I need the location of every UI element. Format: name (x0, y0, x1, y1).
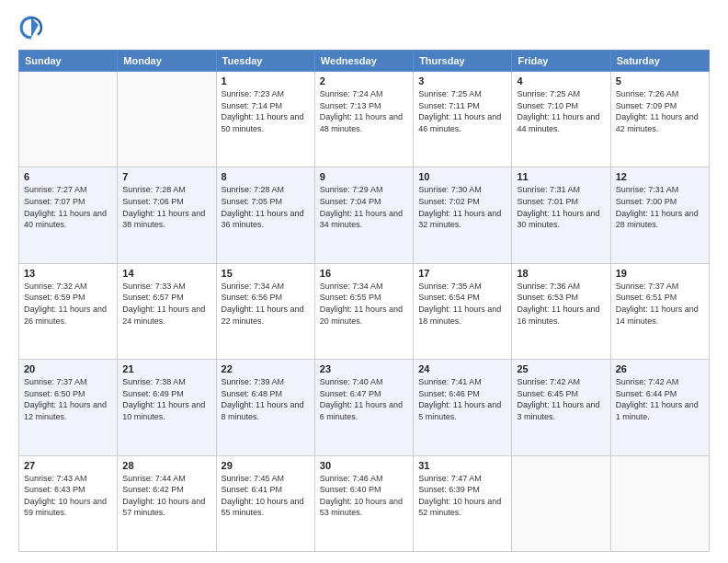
day-detail: Sunrise: 7:28 AM Sunset: 7:06 PM Dayligh… (122, 184, 210, 230)
col-header-wednesday: Wednesday (314, 51, 413, 72)
day-number: 12 (616, 171, 704, 182)
calendar-table: SundayMondayTuesdayWednesdayThursdayFrid… (18, 50, 710, 552)
calendar-cell: 4Sunrise: 7:25 AM Sunset: 7:10 PM Daylig… (512, 72, 610, 167)
day-number: 19 (616, 268, 704, 279)
day-number: 5 (616, 75, 704, 86)
day-number: 28 (122, 460, 210, 471)
day-number: 29 (222, 460, 310, 471)
col-header-sunday: Sunday (19, 51, 118, 72)
calendar-cell (512, 455, 610, 551)
calendar-header: SundayMondayTuesdayWednesdayThursdayFrid… (19, 51, 710, 72)
col-header-saturday: Saturday (610, 51, 709, 72)
day-detail: Sunrise: 7:41 AM Sunset: 6:46 PM Dayligh… (418, 376, 506, 422)
day-detail: Sunrise: 7:45 AM Sunset: 6:41 PM Dayligh… (222, 473, 310, 519)
calendar-cell: 12Sunrise: 7:31 AM Sunset: 7:00 PM Dayli… (610, 167, 709, 263)
calendar-cell: 26Sunrise: 7:42 AM Sunset: 6:44 PM Dayli… (610, 360, 709, 455)
day-detail: Sunrise: 7:31 AM Sunset: 7:01 PM Dayligh… (517, 184, 605, 230)
day-detail: Sunrise: 7:44 AM Sunset: 6:42 PM Dayligh… (122, 473, 210, 519)
calendar-cell: 27Sunrise: 7:43 AM Sunset: 6:43 PM Dayli… (19, 455, 118, 551)
day-number: 4 (517, 75, 605, 86)
day-detail: Sunrise: 7:26 AM Sunset: 7:09 PM Dayligh… (616, 88, 704, 134)
day-detail: Sunrise: 7:32 AM Sunset: 6:59 PM Dayligh… (24, 281, 112, 327)
day-detail: Sunrise: 7:25 AM Sunset: 7:10 PM Dayligh… (517, 88, 605, 134)
day-detail: Sunrise: 7:36 AM Sunset: 6:53 PM Dayligh… (517, 281, 605, 327)
calendar-cell: 14Sunrise: 7:33 AM Sunset: 6:57 PM Dayli… (118, 263, 216, 359)
day-number: 16 (320, 268, 408, 279)
day-detail: Sunrise: 7:24 AM Sunset: 7:13 PM Dayligh… (320, 88, 408, 134)
day-number: 13 (24, 268, 112, 279)
calendar-cell (610, 455, 709, 551)
calendar-cell: 23Sunrise: 7:40 AM Sunset: 6:47 PM Dayli… (314, 360, 413, 455)
day-number: 17 (418, 268, 506, 279)
week-row-4: 20Sunrise: 7:37 AM Sunset: 6:50 PM Dayli… (19, 360, 710, 455)
day-number: 7 (122, 171, 210, 182)
calendar-cell: 18Sunrise: 7:36 AM Sunset: 6:53 PM Dayli… (512, 263, 610, 359)
col-header-monday: Monday (118, 51, 216, 72)
day-number: 26 (616, 363, 704, 374)
header (18, 15, 710, 40)
calendar-cell: 9Sunrise: 7:29 AM Sunset: 7:04 PM Daylig… (314, 167, 413, 263)
day-number: 8 (222, 171, 310, 182)
day-detail: Sunrise: 7:37 AM Sunset: 6:51 PM Dayligh… (616, 281, 704, 327)
day-detail: Sunrise: 7:23 AM Sunset: 7:14 PM Dayligh… (222, 88, 310, 134)
calendar-cell: 24Sunrise: 7:41 AM Sunset: 6:46 PM Dayli… (414, 360, 512, 455)
day-detail: Sunrise: 7:47 AM Sunset: 6:39 PM Dayligh… (418, 473, 506, 519)
day-number: 14 (122, 268, 210, 279)
day-detail: Sunrise: 7:29 AM Sunset: 7:04 PM Dayligh… (320, 184, 408, 230)
day-number: 25 (517, 363, 605, 374)
col-header-thursday: Thursday (414, 51, 512, 72)
day-number: 11 (517, 171, 605, 182)
day-detail: Sunrise: 7:40 AM Sunset: 6:47 PM Dayligh… (320, 376, 408, 422)
day-number: 1 (222, 75, 310, 86)
page: SundayMondayTuesdayWednesdayThursdayFrid… (0, 0, 728, 563)
col-header-tuesday: Tuesday (216, 51, 314, 72)
week-row-5: 27Sunrise: 7:43 AM Sunset: 6:43 PM Dayli… (19, 455, 710, 551)
calendar-cell: 20Sunrise: 7:37 AM Sunset: 6:50 PM Dayli… (19, 360, 118, 455)
calendar-cell: 21Sunrise: 7:38 AM Sunset: 6:49 PM Dayli… (118, 360, 216, 455)
calendar-cell: 10Sunrise: 7:30 AM Sunset: 7:02 PM Dayli… (414, 167, 512, 263)
day-detail: Sunrise: 7:33 AM Sunset: 6:57 PM Dayligh… (122, 281, 210, 327)
day-number: 30 (320, 460, 408, 471)
calendar-cell: 5Sunrise: 7:26 AM Sunset: 7:09 PM Daylig… (610, 72, 709, 167)
calendar-cell: 15Sunrise: 7:34 AM Sunset: 6:56 PM Dayli… (216, 263, 314, 359)
day-number: 6 (24, 171, 112, 182)
calendar-cell (19, 72, 118, 167)
day-detail: Sunrise: 7:42 AM Sunset: 6:44 PM Dayligh… (616, 376, 704, 422)
col-header-friday: Friday (512, 51, 610, 72)
calendar-cell: 31Sunrise: 7:47 AM Sunset: 6:39 PM Dayli… (414, 455, 512, 551)
calendar-cell: 11Sunrise: 7:31 AM Sunset: 7:01 PM Dayli… (512, 167, 610, 263)
calendar-body: 1Sunrise: 7:23 AM Sunset: 7:14 PM Daylig… (19, 72, 710, 552)
logo-icon (18, 15, 44, 40)
calendar-cell: 19Sunrise: 7:37 AM Sunset: 6:51 PM Dayli… (610, 263, 709, 359)
calendar-cell: 17Sunrise: 7:35 AM Sunset: 6:54 PM Dayli… (414, 263, 512, 359)
calendar-cell: 22Sunrise: 7:39 AM Sunset: 6:48 PM Dayli… (216, 360, 314, 455)
logo (18, 15, 50, 40)
calendar-cell: 16Sunrise: 7:34 AM Sunset: 6:55 PM Dayli… (314, 263, 413, 359)
day-number: 21 (122, 363, 210, 374)
calendar-cell: 6Sunrise: 7:27 AM Sunset: 7:07 PM Daylig… (19, 167, 118, 263)
day-number: 15 (222, 268, 310, 279)
calendar-cell: 3Sunrise: 7:25 AM Sunset: 7:11 PM Daylig… (414, 72, 512, 167)
day-detail: Sunrise: 7:28 AM Sunset: 7:05 PM Dayligh… (222, 184, 310, 230)
day-number: 24 (418, 363, 506, 374)
day-number: 22 (222, 363, 310, 374)
day-detail: Sunrise: 7:34 AM Sunset: 6:55 PM Dayligh… (320, 281, 408, 327)
day-detail: Sunrise: 7:35 AM Sunset: 6:54 PM Dayligh… (418, 281, 506, 327)
day-detail: Sunrise: 7:38 AM Sunset: 6:49 PM Dayligh… (122, 376, 210, 422)
day-detail: Sunrise: 7:30 AM Sunset: 7:02 PM Dayligh… (418, 184, 506, 230)
day-detail: Sunrise: 7:25 AM Sunset: 7:11 PM Dayligh… (418, 88, 506, 134)
day-detail: Sunrise: 7:43 AM Sunset: 6:43 PM Dayligh… (24, 473, 112, 519)
day-number: 20 (24, 363, 112, 374)
day-detail: Sunrise: 7:34 AM Sunset: 6:56 PM Dayligh… (222, 281, 310, 327)
calendar-cell: 28Sunrise: 7:44 AM Sunset: 6:42 PM Dayli… (118, 455, 216, 551)
week-row-3: 13Sunrise: 7:32 AM Sunset: 6:59 PM Dayli… (19, 263, 710, 359)
day-number: 18 (517, 268, 605, 279)
calendar-cell: 2Sunrise: 7:24 AM Sunset: 7:13 PM Daylig… (314, 72, 413, 167)
calendar-cell: 29Sunrise: 7:45 AM Sunset: 6:41 PM Dayli… (216, 455, 314, 551)
day-number: 31 (418, 460, 506, 471)
calendar-cell: 1Sunrise: 7:23 AM Sunset: 7:14 PM Daylig… (216, 72, 314, 167)
day-detail: Sunrise: 7:39 AM Sunset: 6:48 PM Dayligh… (222, 376, 310, 422)
day-number: 9 (320, 171, 408, 182)
calendar-cell: 25Sunrise: 7:42 AM Sunset: 6:45 PM Dayli… (512, 360, 610, 455)
day-number: 27 (24, 460, 112, 471)
